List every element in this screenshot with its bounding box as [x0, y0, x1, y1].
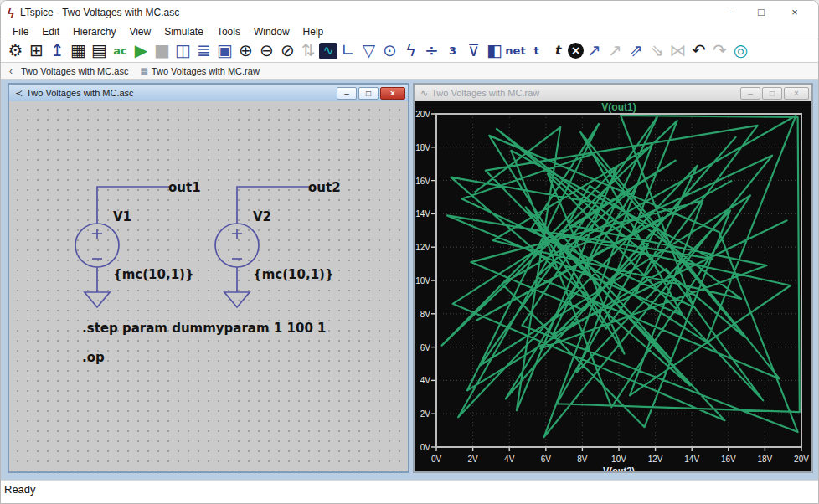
raw-file-icon: ▦ — [140, 66, 147, 75]
child-close-button[interactable]: × — [380, 87, 405, 100]
minimize-button[interactable]: – — [711, 2, 744, 23]
resistor-icon[interactable]: ϟ — [400, 40, 421, 61]
svg-text:8V: 8V — [420, 310, 431, 319]
print-icon[interactable]: ▤ — [89, 40, 110, 61]
undo-icon[interactable]: ↶ — [688, 40, 709, 61]
menu-item[interactable]: Tools — [210, 26, 247, 38]
menu-item[interactable]: Edit — [35, 26, 66, 38]
ground-symbol-v1 — [85, 292, 110, 307]
waveform-plot: V(out1)0V2V4V6V8V10V12V14V16V18V20V20V18… — [415, 101, 811, 471]
child-maximize-button[interactable]: □ — [358, 87, 379, 100]
net-label-out1[interactable]: out1 — [168, 180, 201, 195]
tab-scroll-left-icon[interactable]: ‹ — [4, 65, 18, 77]
waveform-plot-area[interactable]: V(out1)0V2V4V6V8V10V12V14V16V18V20V20V18… — [415, 101, 811, 471]
copy-icon[interactable]: ⇗ — [626, 40, 646, 61]
child-maximize-button: □ — [762, 87, 782, 100]
schematic-window-buttons: – □ × — [337, 87, 405, 100]
status-bar: Ready — [1, 480, 818, 504]
inductor-icon[interactable]: 3 — [442, 40, 463, 61]
simulation-settings-icon[interactable]: ac — [110, 40, 131, 61]
ref-label-v1[interactable]: V1 — [113, 209, 131, 224]
component-icon[interactable]: ◧ — [484, 40, 505, 61]
menu-item[interactable]: Simulate — [157, 26, 210, 38]
text-icon[interactable]: t — [526, 40, 547, 61]
control-panel-icon[interactable]: ⚙ — [5, 40, 26, 61]
voltage-source-v1[interactable]: out1 V1 {mc(10,1)} — [75, 180, 201, 307]
diode-icon[interactable]: ⊽ — [463, 40, 484, 61]
ref-label-v2[interactable]: V2 — [253, 209, 271, 224]
titlebar[interactable]: ϟ LTspice - Two Voltages with MC.asc – □… — [1, 1, 818, 24]
value-label-v1[interactable]: {mc(10,1)} — [113, 267, 194, 282]
new-schematic-icon[interactable]: ⊞ — [26, 40, 47, 61]
run-icon[interactable]: ▶ — [131, 40, 152, 61]
waveform-icon[interactable]: ∿ — [319, 43, 337, 59]
tab-waveform-label: Two Voltages with MC.raw — [152, 66, 260, 76]
zoom-full-extents-icon[interactable]: ⊘ — [277, 40, 298, 61]
tab-schematic[interactable]: Two Voltages with MC.asc — [18, 66, 136, 76]
ltspice-logo-icon: ϟ — [8, 6, 14, 20]
menu-item[interactable]: File — [6, 26, 35, 38]
status-text: Ready — [1, 481, 36, 496]
window-title: LTspice - Two Voltages with MC.asc — [20, 7, 179, 18]
svg-text:6V: 6V — [420, 343, 431, 352]
tile-horizontal-icon[interactable]: ≣ — [193, 40, 214, 61]
spice-directive-step[interactable]: .step param dummyparam 1 100 1 — [82, 321, 326, 336]
spice-directive-op[interactable]: .op — [82, 350, 105, 365]
close-button[interactable]: × — [778, 2, 811, 23]
wire-out2 — [237, 187, 310, 224]
schematic-canvas[interactable]: out1 V1 {mc(10,1)} out2 V2 — [9, 101, 408, 471]
find-icon[interactable]: ◎ — [730, 40, 751, 61]
voltage-source-icon[interactable]: ⊙ — [379, 40, 400, 61]
delete-icon[interactable]: × — [568, 43, 584, 59]
open-file-icon[interactable]: ↥ — [47, 40, 68, 61]
paste-icon: ⇘ — [646, 40, 667, 61]
capacitor-icon[interactable]: ÷ — [421, 40, 442, 61]
tab-schematic-label: Two Voltages with MC.asc — [21, 66, 128, 76]
ltspice-window: ϟ LTspice - Two Voltages with MC.asc – □… — [0, 0, 819, 504]
svg-text:12V: 12V — [648, 455, 663, 464]
net-label-out2[interactable]: out2 — [308, 180, 341, 195]
zoom-in-icon[interactable]: ⊕ — [235, 40, 256, 61]
autorange-icon: ⇅ — [298, 40, 319, 61]
waveform-file-icon: ∿ — [420, 88, 428, 99]
svg-text:10V: 10V — [415, 276, 430, 285]
svg-text:0V: 0V — [431, 455, 442, 464]
svg-text:16V: 16V — [721, 455, 736, 464]
svg-text:14V: 14V — [684, 455, 699, 464]
menu-item[interactable]: Hierarchy — [66, 26, 122, 38]
child-minimize-button[interactable]: – — [337, 87, 357, 100]
svg-text:18V: 18V — [758, 455, 773, 464]
voltage-source-v2[interactable]: out2 V2 {mc(10,1)} — [215, 180, 341, 307]
maximize-button[interactable]: □ — [744, 2, 778, 23]
value-label-v2[interactable]: {mc(10,1)} — [253, 267, 334, 282]
zoom-out-icon[interactable]: ⊖ — [256, 40, 277, 61]
svg-text:4V: 4V — [504, 455, 515, 464]
ground-symbol-v2 — [224, 292, 250, 307]
wire-out1 — [97, 187, 170, 224]
svg-text:18V: 18V — [415, 143, 430, 152]
waveform-window: ∿ Two Voltages with MC.raw – □ × V(out1)… — [413, 83, 813, 473]
tab-waveform[interactable]: ▦ Two Voltages with MC.raw — [136, 66, 267, 76]
menu-item[interactable]: Window — [247, 26, 296, 38]
schematic-window-titlebar[interactable]: ≺ Two Voltages with MC.asc – □ × — [9, 85, 408, 101]
wire-icon[interactable]: ∟ — [337, 40, 358, 61]
menu-item[interactable]: View — [122, 26, 157, 38]
schematic-drawing: out1 V1 {mc(10,1)} out2 V2 — [9, 101, 408, 471]
svg-text:10V: 10V — [611, 455, 626, 464]
svg-text:20V: 20V — [794, 455, 809, 464]
svg-text:6V: 6V — [541, 455, 552, 464]
save-icon[interactable]: ▦ — [68, 40, 89, 61]
waveform-window-titlebar[interactable]: ∿ Two Voltages with MC.raw – □ × — [415, 85, 811, 101]
move-icon[interactable]: ↗ — [584, 40, 605, 61]
tabbar: ‹ Two Voltages with MC.asc ▦ Two Voltage… — [1, 63, 818, 80]
svg-text:20V: 20V — [415, 110, 430, 119]
mdi-area: ≺ Two Voltages with MC.asc – □ × — [1, 80, 818, 480]
redo-icon: ↷ — [709, 40, 730, 61]
drag-icon: ↗ — [605, 40, 626, 61]
net-label-icon[interactable]: net — [505, 40, 526, 61]
tile-vertical-icon[interactable]: ◫ — [173, 40, 193, 61]
menu-item[interactable]: Help — [296, 26, 331, 38]
spice-directive-icon[interactable]: t — [547, 40, 568, 61]
cascade-windows-icon[interactable]: ▣ — [214, 40, 235, 61]
ground-icon[interactable]: ▽ — [358, 40, 379, 61]
